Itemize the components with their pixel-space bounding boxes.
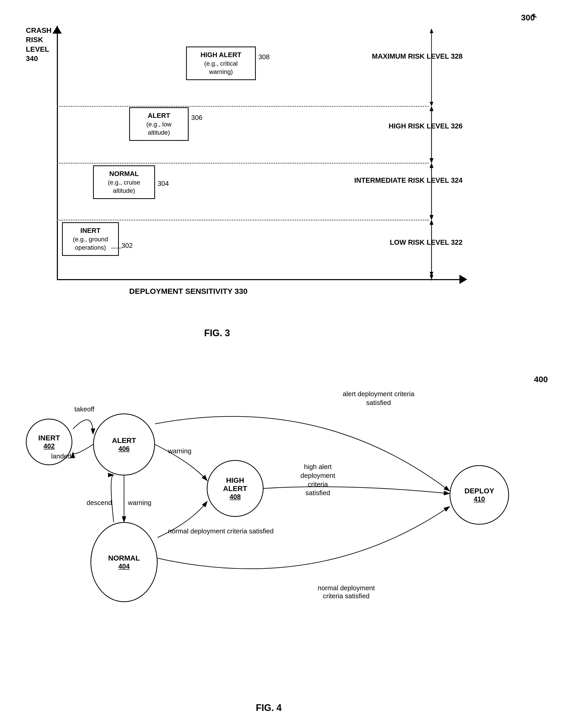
high-risk-arrow xyxy=(428,106,435,163)
climb-label: descend xyxy=(87,499,112,507)
dashed-line-2 xyxy=(57,163,429,164)
warning2-label: normal deployment criteria satisfied xyxy=(168,527,274,535)
high-alert-label: HIGH ALERT xyxy=(223,476,247,493)
svg-marker-21 xyxy=(430,275,433,280)
takeoff-label: takeoff xyxy=(74,405,95,413)
fig3-diagram: 300 ➔ CRASH RISK LEVEL 340 DEPLOYMENT SE… xyxy=(10,10,540,341)
inert-title: INERT xyxy=(67,226,114,235)
warning1-label: warning xyxy=(168,447,191,455)
descend-label: warning xyxy=(128,499,151,507)
alert-ref: 406 xyxy=(118,445,129,453)
inert-ref-arrow xyxy=(111,246,124,251)
normal-label: NORMAL xyxy=(108,554,140,562)
svg-marker-14 xyxy=(430,106,433,111)
intermediate-risk-label: INTERMEDIATE RISK LEVEL 324 xyxy=(354,176,463,186)
deploy-circle: DEPLOY 410 xyxy=(450,465,509,525)
normal-ref: 304 xyxy=(158,180,169,188)
normal-circle: NORMAL 404 xyxy=(90,522,158,602)
alert-deploy-label: alert deployment criteria satisfied xyxy=(333,390,424,407)
deploy-label: DEPLOY xyxy=(464,487,494,495)
alert-ref: 306 xyxy=(191,114,202,122)
low-risk-arrow xyxy=(428,220,435,280)
landed-label: landed xyxy=(51,452,71,460)
fig4-diagram: 400 INERT 402 ALERT 406 HIGH ALERT 408 N… xyxy=(10,372,553,718)
dashed-line-1 xyxy=(57,220,429,220)
normal-title: NORMAL xyxy=(98,169,150,178)
high-alert-deploy-label: high alertdeploymentcriteriasatisfied xyxy=(271,463,364,497)
svg-marker-15 xyxy=(430,159,433,163)
normal-state-box: NORMAL (e.g., cruise altitude) xyxy=(93,165,155,199)
intermediate-risk-arrow xyxy=(428,163,435,220)
high-alert-title: HIGH ALERT xyxy=(191,50,251,59)
x-axis xyxy=(57,279,460,280)
y-axis-arrowhead xyxy=(52,26,62,34)
alert-label: ALERT xyxy=(112,436,136,445)
maximum-risk-label: MAXIMUM RISK LEVEL 328 xyxy=(372,52,463,62)
normal-ref: 404 xyxy=(118,562,129,570)
alert-circle: ALERT 406 xyxy=(93,413,155,476)
fig4-label: FIG. 4 xyxy=(217,702,320,713)
high-alert-ref: 308 xyxy=(258,53,270,61)
svg-marker-20 xyxy=(430,220,433,225)
y-axis-label: CRASH RISK LEVEL 340 xyxy=(26,26,54,64)
high-alert-ref: 408 xyxy=(229,493,241,501)
high-alert-circle: HIGH ALERT 408 xyxy=(207,460,264,517)
dashed-line-3 xyxy=(57,106,429,107)
high-risk-label: HIGH RISK LEVEL 326 xyxy=(389,121,463,131)
normal-deploy-label: normal deploymentcriteria satisfied xyxy=(295,584,398,600)
fig4-ref-number: 400 xyxy=(534,375,548,384)
fig3-label: FIG. 3 xyxy=(165,328,269,339)
max-risk-arrow xyxy=(428,28,435,106)
alert-title: ALERT xyxy=(134,111,184,120)
inert-state-box: INERT (e.g., ground operations) xyxy=(62,222,119,256)
svg-marker-11 xyxy=(430,28,433,33)
normal-sub: (e.g., cruise altitude) xyxy=(98,178,150,195)
inert-sub: (e.g., ground operations) xyxy=(67,235,114,252)
deploy-ref: 410 xyxy=(474,495,485,503)
svg-marker-18 xyxy=(430,216,433,220)
x-axis-label: DEPLOYMENT SENSITIVITY 330 xyxy=(129,287,248,296)
inert-ref: 402 xyxy=(43,442,55,450)
x-axis-arrowhead xyxy=(459,275,467,284)
y-axis xyxy=(57,26,58,279)
fig4-arrows-svg xyxy=(10,372,553,718)
high-alert-sub: (e.g., critical warning) xyxy=(191,59,251,76)
inert-label: INERT xyxy=(38,434,60,442)
svg-marker-12 xyxy=(430,102,433,106)
fig3-chart: CRASH RISK LEVEL 340 DEPLOYMENT SENSITIV… xyxy=(26,26,465,300)
alert-sub: (e.g., low altitude) xyxy=(134,120,184,137)
svg-marker-17 xyxy=(430,163,433,168)
high-alert-state-box: HIGH ALERT (e.g., critical warning) xyxy=(186,47,256,80)
alert-state-box: ALERT (e.g., low altitude) xyxy=(129,107,189,141)
